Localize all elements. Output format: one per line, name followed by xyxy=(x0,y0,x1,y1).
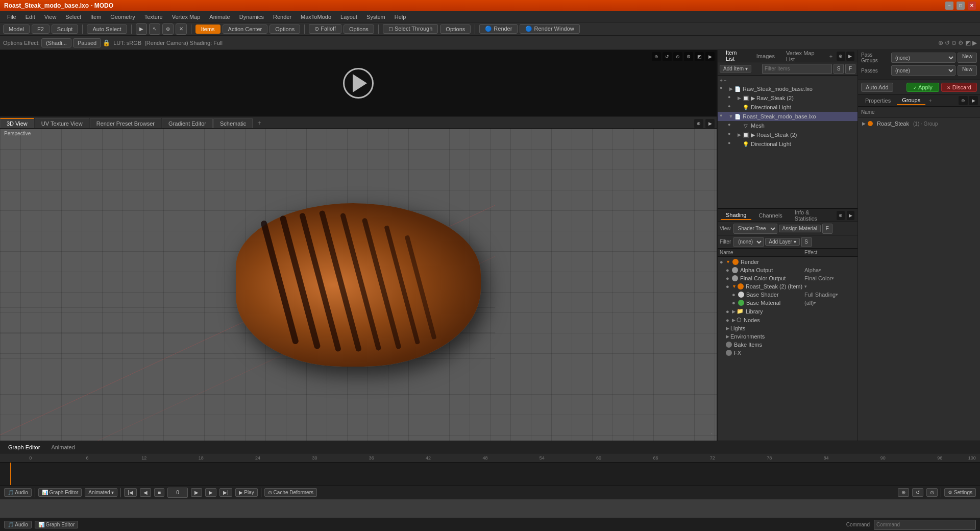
select-through-btn[interactable]: ◻ Select Through xyxy=(383,24,438,34)
toggle-roast-file[interactable]: ▼ xyxy=(728,113,734,119)
item-plus-icon[interactable]: + xyxy=(720,78,723,83)
ctrl-icon-1[interactable]: ⊕ xyxy=(898,488,909,497)
tab-item-list[interactable]: Item List xyxy=(721,49,750,64)
icon-refresh[interactable]: ↺ xyxy=(945,39,950,46)
tool-icon-3[interactable]: ⊕ xyxy=(162,23,174,35)
apply-btn[interactable]: ✓ Apply xyxy=(906,83,939,92)
audio-btn[interactable]: 🎵 Audio xyxy=(4,488,32,497)
lock-icon[interactable]: 🔒 xyxy=(103,39,110,46)
graph-editor-tab-btn[interactable]: 📊 Graph Editor xyxy=(38,488,82,497)
shading-row-environments[interactable]: ▶ Environments xyxy=(718,332,857,341)
tab-add-btn[interactable]: + xyxy=(253,117,265,128)
eye-final-color[interactable]: ● xyxy=(726,275,732,281)
new-pass-group-btn[interactable]: New xyxy=(958,53,977,63)
shading-row-final-color[interactable]: ● Final Color Output Final Color ▾ xyxy=(718,274,857,282)
eye-nodes[interactable]: ● xyxy=(726,317,732,323)
menu-layout[interactable]: Layout xyxy=(336,13,361,21)
passes-dropdown[interactable]: (none) xyxy=(891,65,955,76)
transport-stop[interactable]: ■ xyxy=(154,488,164,497)
tab-properties[interactable]: Properties xyxy=(860,96,896,105)
tab-channels[interactable]: Channels xyxy=(753,211,787,220)
final-dropdown-icon[interactable]: ▾ xyxy=(831,276,834,281)
menu-animate[interactable]: Animate xyxy=(205,13,234,21)
paused-btn[interactable]: Paused xyxy=(73,38,101,47)
shading-row-fx[interactable]: FX xyxy=(718,349,857,357)
options-3-btn[interactable]: Options xyxy=(440,25,471,34)
toggle-environments[interactable]: ▶ xyxy=(726,334,729,339)
effect-dropdown[interactable]: (Shadi... xyxy=(41,38,71,47)
new-passes-btn[interactable]: New xyxy=(958,65,977,76)
eye-dir-light-1[interactable]: ● xyxy=(728,104,735,111)
eye-roast-item[interactable]: ● xyxy=(726,283,732,289)
menu-dynamics[interactable]: Dynamics xyxy=(235,13,268,21)
toggle-raw-file[interactable]: ▶ xyxy=(728,86,734,92)
menu-file[interactable]: File xyxy=(3,13,20,21)
eye-raw-file[interactable]: ● xyxy=(720,85,727,92)
tab-images[interactable]: Images xyxy=(751,52,780,60)
tree-item-dir-light-1[interactable]: ● 💡 Directional Light xyxy=(718,103,857,112)
filter-dropdown[interactable]: (none) xyxy=(733,237,764,247)
alpha-dropdown-icon[interactable]: ▾ xyxy=(819,268,821,273)
item-panel-collapse[interactable]: ▶ xyxy=(846,52,854,61)
mode-f2[interactable]: F2 xyxy=(32,25,50,34)
tool-icon-2[interactable]: ↖ xyxy=(149,23,160,35)
item-panel-expand[interactable]: ⊕ xyxy=(837,52,845,61)
roast-item-dropdown[interactable]: ▾ xyxy=(804,284,807,289)
toggle-raw-group[interactable]: ▶ xyxy=(736,95,742,101)
animated-dropdown-btn[interactable]: Animated ▾ xyxy=(85,488,117,497)
menu-help[interactable]: Help xyxy=(390,13,410,21)
eye-render[interactable]: ● xyxy=(720,259,726,265)
shading-row-base-shader[interactable]: ● Base Shader Full Shading ▾ xyxy=(718,291,857,299)
group-item-roast-steak[interactable]: ▶ Roast_Steak (1) · Group xyxy=(860,119,978,128)
eye-alpha[interactable]: ● xyxy=(726,267,732,273)
shading-row-roast-item[interactable]: ● ▼ Roast_Steak (2) (Item) ▾ xyxy=(718,282,857,291)
ctrl-icon-3[interactable]: ⊙ xyxy=(926,488,938,497)
base-shader-dropdown[interactable]: ▾ xyxy=(836,292,838,297)
status-graph-editor[interactable]: 📊 Graph Editor xyxy=(35,521,78,528)
shading-row-library[interactable]: ● ▶ 📁 Library xyxy=(718,307,857,316)
command-input[interactable] xyxy=(874,520,976,530)
cache-deformers-btn[interactable]: ⊙ Cache Deformers xyxy=(264,488,317,497)
corner-icon-3[interactable]: ⊙ xyxy=(673,52,682,61)
menu-texture[interactable]: Texture xyxy=(140,13,167,21)
toggle-library[interactable]: ▶ xyxy=(732,309,736,314)
eye-raw-group[interactable]: ● xyxy=(728,94,735,102)
menu-edit[interactable]: Edit xyxy=(21,13,39,21)
tab-schematic[interactable]: Schematic xyxy=(213,118,253,128)
discard-btn[interactable]: ✕ Discard xyxy=(941,83,977,92)
eye-base-shader[interactable]: ● xyxy=(732,292,738,298)
tool-icon-4[interactable]: ✕ xyxy=(176,23,187,35)
toggle-lights[interactable]: ▶ xyxy=(726,326,729,331)
eye-roast-file[interactable]: ● xyxy=(720,113,727,120)
tree-item-raw-steak-group[interactable]: ● ▶ 🔲 ▶ Raw_Steak (2) xyxy=(718,93,857,103)
items-btn[interactable]: Items xyxy=(195,25,220,34)
eye-base-material[interactable]: ● xyxy=(732,300,738,306)
render-btn[interactable]: 🔵 Render xyxy=(479,24,518,34)
shading-collapse[interactable]: ▶ xyxy=(847,211,854,220)
filter-f-btn[interactable]: F xyxy=(845,64,855,74)
tool-icon-1[interactable]: ▶ xyxy=(136,23,147,35)
action-center-btn[interactable]: Action Center xyxy=(223,25,268,34)
filter-s-btn[interactable]: S xyxy=(834,64,844,74)
frame-input[interactable] xyxy=(167,488,188,498)
filter-items-input[interactable] xyxy=(762,64,832,74)
vp-layout-icon[interactable]: ▶ xyxy=(705,119,715,128)
viewport-3d[interactable]: Perspective · xyxy=(0,129,717,441)
layer-s-btn[interactable]: S xyxy=(801,237,812,247)
tab-add-group[interactable]: + xyxy=(926,96,934,105)
eye-roast-group[interactable]: ● xyxy=(728,131,735,138)
tree-item-roast-steak-group[interactable]: ● ▶ 🔲 ▶ Roast_Steak (2) xyxy=(718,130,857,139)
tree-item-dir-light-2[interactable]: ● 💡 Directional Light xyxy=(718,139,857,149)
menu-system[interactable]: System xyxy=(362,13,389,21)
assign-material-btn[interactable]: Assign Material xyxy=(779,225,821,232)
options-1-btn[interactable]: Options xyxy=(270,25,300,34)
transport-start[interactable]: |◀ xyxy=(124,488,137,497)
ctrl-icon-2[interactable]: ↺ xyxy=(912,488,923,497)
item-minus-icon[interactable]: − xyxy=(724,78,727,83)
auto-select-btn[interactable]: Auto Select xyxy=(87,25,127,34)
toggle-render[interactable]: ▼ xyxy=(726,259,730,264)
menu-item[interactable]: Item xyxy=(86,13,105,21)
eye-mesh[interactable]: ● xyxy=(728,122,735,129)
corner-icon-1[interactable]: ⊕ xyxy=(652,52,661,61)
play-button[interactable] xyxy=(343,68,374,99)
